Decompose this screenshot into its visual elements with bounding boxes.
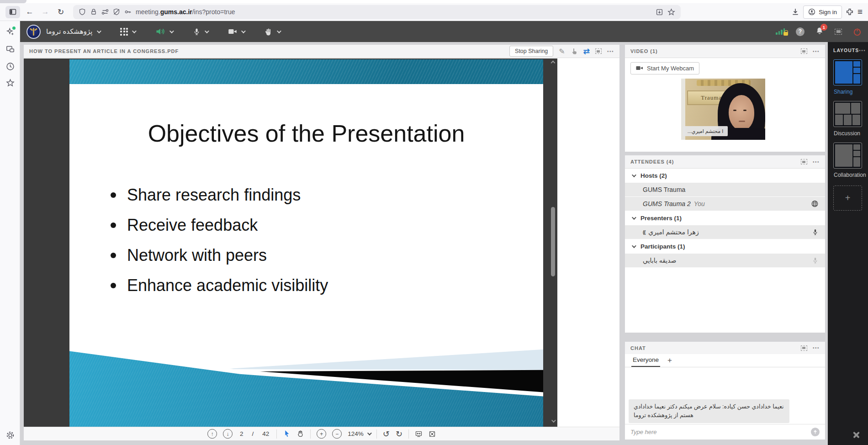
- collapse-chevron-icon[interactable]: [632, 215, 636, 220]
- zoom-in-button[interactable]: +: [317, 429, 326, 439]
- exit-meeting-icon[interactable]: [853, 27, 862, 36]
- extensions-icon[interactable]: [846, 8, 854, 16]
- viewer-scrollbar[interactable]: [550, 60, 556, 425]
- slide-bullet: Share research findings: [111, 180, 328, 210]
- fit-width-icon[interactable]: [415, 430, 423, 438]
- webcam-video[interactable]: Trauma I ...ا محتشم اميري: [681, 79, 765, 140]
- layouts-title: LAYOUTS: [833, 48, 859, 53]
- collapse-chevron-icon[interactable]: [632, 173, 636, 177]
- attendee-row-presenter[interactable]: (( زهرا محتشم اميري: [625, 225, 825, 239]
- microphone-active-icon[interactable]: [812, 228, 819, 236]
- webcam-button[interactable]: [228, 27, 244, 36]
- connection-status-icon[interactable]: [776, 28, 785, 35]
- share-fullscreen-icon[interactable]: [595, 48, 602, 54]
- layout-label-collaboration[interactable]: Collaboration: [834, 172, 863, 178]
- tracking-protection-off-icon[interactable]: [113, 8, 120, 16]
- chat-send-button[interactable]: [811, 428, 820, 436]
- microphone-button[interactable]: [193, 27, 208, 36]
- select-tool-icon[interactable]: [283, 430, 291, 438]
- globe-icon[interactable]: [811, 200, 819, 208]
- notifications-button[interactable]: 1: [815, 26, 824, 37]
- microphone-icon: [193, 27, 201, 36]
- chat-fullscreen-icon[interactable]: [801, 345, 807, 351]
- chat-message: نعيما خدادادي حسن كياده: سلام عرض ميكنم …: [629, 399, 789, 423]
- previous-page-button[interactable]: ↑: [207, 429, 217, 439]
- slide-bullet-list: Share research findings Receive feedback…: [111, 180, 328, 301]
- zoom-out-button[interactable]: −: [332, 429, 342, 439]
- browser-tab-stub[interactable]: [0, 0, 26, 3]
- address-bar[interactable]: meeting.gums.ac.ir/ins?proto=true: [73, 5, 681, 19]
- attendees-fullscreen-icon[interactable]: [801, 159, 807, 164]
- layout-label-sharing[interactable]: Sharing: [834, 89, 863, 95]
- share-pod-header: HOW TO PRESENT AN ARTICLE IN A CONGRESS.…: [24, 45, 619, 58]
- attendee-row-gums-trauma[interactable]: GUMS Trauma: [625, 183, 825, 197]
- room-menu-chevron-icon[interactable]: [97, 29, 101, 33]
- gums-logo[interactable]: [26, 25, 41, 39]
- ai-chat-icon[interactable]: [6, 27, 15, 36]
- start-webcam-button[interactable]: Start My Webcam: [630, 62, 699, 74]
- add-layout-button[interactable]: +: [833, 185, 862, 211]
- shield-icon[interactable]: [79, 8, 86, 16]
- scroll-down-icon[interactable]: [551, 418, 556, 423]
- tools-icon[interactable]: [852, 430, 861, 440]
- raise-hand-button[interactable]: [265, 27, 280, 36]
- menu-icon[interactable]: ≡: [857, 7, 863, 17]
- url-domain: gums.ac.ir: [160, 8, 192, 16]
- settings-gear-icon[interactable]: [6, 431, 15, 440]
- chat-tab-everyone[interactable]: Everyone: [631, 356, 660, 367]
- sign-in-button[interactable]: Sign in: [803, 5, 842, 19]
- layout-thumbnail-sharing[interactable]: [833, 59, 862, 85]
- reload-button[interactable]: ↻: [55, 7, 67, 17]
- pods-menu-button[interactable]: [120, 28, 135, 36]
- bookmarks-star-icon[interactable]: [6, 79, 15, 87]
- save-page-icon[interactable]: [656, 8, 663, 16]
- layout-thumbnail-discussion[interactable]: [833, 101, 862, 127]
- forward-button[interactable]: →: [39, 7, 51, 16]
- pointer-icon[interactable]: [571, 48, 578, 55]
- speaker-button[interactable]: [155, 27, 173, 36]
- video-fullscreen-icon[interactable]: [801, 48, 807, 54]
- attendee-row-gums-trauma-2[interactable]: GUMS Trauma 2 You: [625, 197, 825, 211]
- rotate-right-button[interactable]: ↻: [396, 430, 402, 438]
- sync-navigation-icon[interactable]: ⇄: [583, 47, 590, 56]
- stop-sharing-button[interactable]: Stop Sharing: [509, 46, 553, 57]
- next-page-button[interactable]: ↓: [223, 429, 233, 439]
- draw-icon[interactable]: ✎: [559, 47, 565, 56]
- layout-label-discussion[interactable]: Discussion: [834, 130, 863, 137]
- rotate-left-button[interactable]: ↺: [383, 430, 390, 438]
- room-name[interactable]: پژوهشکده تروما: [46, 27, 92, 36]
- collapse-chevron-icon[interactable]: [632, 244, 636, 248]
- synced-tabs-icon[interactable]: [6, 45, 15, 53]
- key-icon[interactable]: [124, 8, 132, 16]
- attendees-pod-menu-icon[interactable]: •••: [813, 159, 820, 164]
- attendees-group-participants[interactable]: Participants (1): [625, 239, 825, 254]
- attendees-group-hosts[interactable]: Hosts (2): [625, 169, 825, 183]
- back-button[interactable]: ←: [24, 7, 36, 16]
- attendee-row-participant[interactable]: صديقه بابايي: [625, 254, 825, 268]
- chat-input[interactable]: [630, 429, 811, 435]
- scroll-up-icon[interactable]: [551, 61, 556, 65]
- microphone-muted-icon[interactable]: [812, 257, 819, 264]
- page-current[interactable]: 2: [238, 430, 245, 437]
- layouts-menu-icon[interactable]: •••: [859, 48, 866, 53]
- history-clock-icon[interactable]: [6, 62, 15, 71]
- help-icon[interactable]: ?: [796, 27, 804, 36]
- chat-pod-menu-icon[interactable]: •••: [813, 345, 820, 350]
- fit-page-icon[interactable]: [429, 430, 436, 438]
- pan-tool-icon[interactable]: [296, 430, 304, 438]
- fullscreen-icon[interactable]: [835, 29, 842, 35]
- lock-icon[interactable]: [90, 8, 97, 16]
- bookmark-star-icon[interactable]: [667, 8, 675, 16]
- downloads-icon[interactable]: [791, 8, 799, 16]
- microphone-chevron-icon: [205, 29, 209, 33]
- share-pod-menu-icon[interactable]: •••: [607, 49, 614, 54]
- layout-thumbnail-collaboration[interactable]: [833, 143, 862, 169]
- video-pod-menu-icon[interactable]: •••: [813, 49, 820, 54]
- participants-group-label: Participants (1): [640, 243, 685, 250]
- add-chat-tab-icon[interactable]: +: [667, 356, 672, 367]
- sidebar-toggle-button[interactable]: [5, 6, 20, 18]
- permissions-toggle-icon[interactable]: [101, 8, 109, 16]
- zoom-level-select[interactable]: 124%: [348, 430, 370, 437]
- scrollbar-thumb[interactable]: [551, 207, 555, 276]
- attendees-group-presenters[interactable]: Presenters (1): [625, 211, 825, 225]
